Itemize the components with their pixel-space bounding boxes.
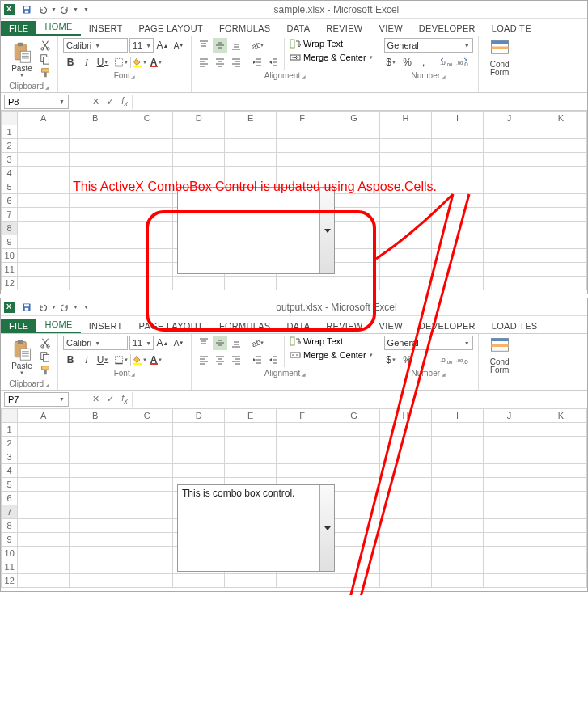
format-painter-button[interactable]: [40, 67, 51, 78]
align-right-button[interactable]: [229, 55, 243, 70]
tab-data[interactable]: DATA: [278, 21, 318, 36]
col-header[interactable]: A: [18, 112, 70, 125]
tab-view[interactable]: VIEW: [371, 21, 411, 36]
paste-button[interactable]: Paste ▼: [6, 38, 38, 80]
select-all-corner[interactable]: [2, 112, 18, 125]
underline-button[interactable]: U▼: [95, 55, 110, 70]
fill-color-button[interactable]: ▼: [133, 55, 147, 70]
align-right-button[interactable]: [229, 353, 243, 367]
enter-formula-icon[interactable]: ✓: [103, 392, 117, 407]
undo-icon[interactable]: [36, 3, 49, 16]
italic-button[interactable]: I: [79, 353, 94, 367]
row-header[interactable]: 4: [2, 464, 18, 478]
col-header[interactable]: D: [173, 409, 225, 423]
row-header[interactable]: 6: [2, 194, 18, 208]
decrease-indent-button[interactable]: [250, 353, 264, 367]
row-header[interactable]: 7: [2, 505, 18, 519]
tab-loadtest[interactable]: LOAD TES: [484, 319, 546, 333]
row-header[interactable]: 11: [2, 560, 18, 574]
row-header[interactable]: 12: [2, 574, 18, 588]
increase-font-button[interactable]: A▲: [155, 38, 170, 53]
row-header[interactable]: 2: [2, 139, 18, 153]
decrease-font-button[interactable]: A▼: [171, 336, 186, 350]
tab-formulas[interactable]: FORMULAS: [211, 21, 279, 36]
row-header[interactable]: 7: [2, 208, 18, 222]
merge-center-button[interactable]: Merge & Center ▼: [290, 52, 374, 63]
col-header[interactable]: K: [535, 112, 586, 125]
currency-button[interactable]: $ ▼: [384, 55, 399, 70]
align-top-button[interactable]: [197, 38, 211, 53]
enter-formula-icon[interactable]: ✓: [103, 95, 117, 109]
row-header[interactable]: 12: [2, 277, 18, 290]
align-center-button[interactable]: [213, 353, 227, 367]
redo-icon[interactable]: [58, 301, 71, 314]
row-header[interactable]: 3: [2, 450, 18, 464]
cancel-formula-icon[interactable]: ✕: [88, 95, 103, 109]
col-header[interactable]: K: [535, 409, 586, 423]
number-format-combo[interactable]: General▼: [384, 38, 473, 53]
cancel-formula-icon[interactable]: ✕: [88, 392, 103, 407]
increase-indent-button[interactable]: [266, 55, 281, 70]
redo-icon[interactable]: [58, 3, 71, 16]
comma-button[interactable]: ,: [417, 353, 431, 367]
select-all-corner[interactable]: [2, 409, 18, 423]
copy-button[interactable]: [40, 351, 51, 362]
bold-button[interactable]: B: [63, 55, 78, 70]
worksheet-grid[interactable]: A B C D E F G H I J K 1 2 3 4 5 6 7: [1, 408, 587, 591]
align-bottom-button[interactable]: [229, 336, 243, 350]
decrease-decimal-button[interactable]: .00.0: [455, 55, 470, 70]
tab-file[interactable]: FILE: [1, 21, 36, 36]
tab-insert[interactable]: INSERT: [81, 319, 131, 333]
paste-button[interactable]: Paste▼: [6, 336, 38, 378]
align-left-button[interactable]: [197, 353, 211, 367]
cut-button[interactable]: [40, 337, 51, 349]
increase-decimal-button[interactable]: .0.00: [439, 353, 454, 367]
combobox-text[interactable]: This is combo box control.: [178, 485, 319, 571]
bold-button[interactable]: B: [63, 353, 78, 367]
row-header[interactable]: 3: [2, 153, 18, 167]
row-header[interactable]: 6: [2, 492, 18, 505]
col-header[interactable]: A: [18, 409, 70, 423]
row-header[interactable]: 11: [2, 263, 18, 277]
combobox-dropdown-button[interactable]: [319, 485, 334, 571]
col-header[interactable]: B: [70, 112, 121, 125]
col-header[interactable]: E: [225, 112, 277, 125]
fx-icon[interactable]: fx: [117, 95, 132, 109]
row-header[interactable]: 10: [2, 547, 18, 560]
borders-button[interactable]: ▼: [114, 55, 129, 70]
italic-button[interactable]: I: [79, 55, 94, 70]
tab-view[interactable]: VIEW: [371, 319, 411, 333]
row-header[interactable]: 1: [2, 125, 18, 139]
name-box[interactable]: P8▼: [4, 95, 69, 109]
decrease-decimal-button[interactable]: .00.0: [455, 353, 470, 367]
copy-button[interactable]: [40, 53, 51, 65]
row-header[interactable]: 9: [2, 533, 18, 547]
borders-button[interactable]: ▼: [114, 353, 129, 367]
font-size-combo[interactable]: 11▼: [129, 38, 154, 53]
col-header[interactable]: H: [380, 112, 432, 125]
currency-button[interactable]: $ ▼: [384, 353, 399, 367]
cut-button[interactable]: [40, 40, 51, 51]
col-header[interactable]: G: [328, 409, 380, 423]
col-header[interactable]: F: [277, 409, 328, 423]
fx-icon[interactable]: fx: [117, 392, 132, 407]
underline-button[interactable]: U▼: [95, 353, 110, 367]
fill-color-button[interactable]: ▼: [133, 353, 147, 367]
col-header[interactable]: G: [328, 112, 380, 125]
tab-developer[interactable]: DEVELOPER: [411, 319, 484, 333]
row-header[interactable]: 8: [2, 519, 18, 533]
align-bottom-button[interactable]: [229, 38, 243, 53]
increase-decimal-button[interactable]: .0.00: [439, 55, 454, 70]
tab-page-layout[interactable]: PAGE LAYOUT: [131, 21, 211, 36]
percent-button[interactable]: %: [400, 353, 415, 367]
align-left-button[interactable]: [197, 55, 211, 70]
conditional-formatting-button[interactable]: Cond Form: [484, 38, 516, 77]
col-header[interactable]: J: [484, 112, 535, 125]
tab-insert[interactable]: INSERT: [81, 21, 131, 36]
col-header[interactable]: H: [380, 409, 432, 423]
col-header[interactable]: I: [432, 409, 484, 423]
percent-button[interactable]: %: [400, 55, 415, 70]
increase-font-button[interactable]: A▲: [155, 336, 170, 350]
number-format-combo[interactable]: General▼: [384, 336, 473, 350]
col-header[interactable]: J: [484, 409, 535, 423]
